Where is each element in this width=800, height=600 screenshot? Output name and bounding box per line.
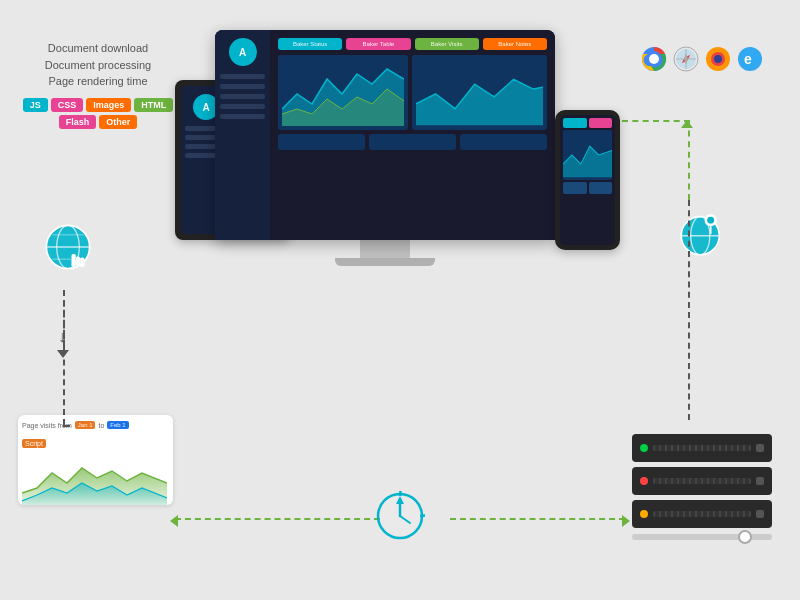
monitor-bottom-row (278, 134, 547, 150)
browser-icons: e (622, 46, 782, 72)
svg-point-11 (714, 55, 722, 63)
chip-flash: Flash (59, 115, 97, 129)
svg-rect-23 (71, 254, 75, 259)
svg-rect-21 (76, 257, 80, 267)
monitor-frame: A Baker Status Baker Table Baker Visits … (215, 30, 555, 240)
monitor-nav-3 (220, 94, 265, 99)
dashed-line-right-long (688, 200, 690, 420)
monitor-nav-4 (220, 104, 265, 109)
monitor-sidebar: A (215, 30, 270, 240)
monitor-device: A Baker Status Baker Table Baker Visits … (200, 30, 570, 266)
monitor-left-chart-svg (282, 59, 404, 126)
back-end-time-box (622, 424, 782, 540)
network-chart-header: Page visits from Jan 1 to Feb 1 (22, 421, 169, 429)
clock-icon-wrap (375, 491, 425, 545)
dashed-line-bottom-right (450, 518, 625, 520)
monitor-dashboard: A Baker Status Baker Table Baker Visits … (215, 30, 555, 240)
web-request-box (18, 215, 118, 277)
geography-box (622, 200, 782, 264)
slider-thumb (738, 530, 752, 544)
phone-bottom-1 (563, 182, 587, 194)
led-green (640, 444, 648, 452)
monitor-stand (360, 240, 410, 258)
server-rack-3 (632, 500, 772, 528)
rack-slot (756, 444, 764, 452)
svg-text:e: e (744, 51, 752, 67)
clock-icon (375, 491, 425, 541)
monitor-right-chart-area (412, 55, 547, 130)
chip-js: JS (23, 98, 48, 112)
monitor-card-2: Baker Table (346, 38, 410, 50)
analyse-chips: JS CSS Images HTML Flash Other (18, 98, 178, 129)
dashed-line-left-horizontal (63, 425, 70, 427)
rack-slot-3 (756, 510, 764, 518)
svg-rect-22 (80, 257, 84, 267)
monitor-right-chart (412, 55, 547, 130)
monitor-left-chart (278, 55, 408, 130)
chip-css: CSS (51, 98, 84, 112)
monitor-bottom-card-1 (278, 134, 365, 150)
monitor-nav-1 (220, 74, 265, 79)
phone-chart (563, 130, 612, 180)
dashed-line-right-vertical-top (688, 120, 690, 200)
phone-card-2 (589, 118, 613, 128)
led-orange (640, 510, 648, 518)
arrow-right-backend (622, 515, 630, 527)
monitor-charts-row (278, 55, 547, 130)
chip-images: Images (86, 98, 131, 112)
phone-content (560, 115, 615, 197)
chip-other: Other (99, 115, 137, 129)
phone-chart-svg (563, 130, 612, 180)
monitor-card-1: Baker Status (278, 38, 342, 50)
analyse-subtext: Document downloadDocument processingPage… (18, 40, 178, 90)
rack-slot-2 (756, 477, 764, 485)
monitor-bottom-card-2 (369, 134, 456, 150)
chrome-icon (641, 46, 667, 72)
phone-bottom-cards (563, 182, 612, 194)
chip-html: HTML (134, 98, 173, 112)
slider-bar (632, 534, 772, 540)
phone-screen (560, 115, 615, 245)
network-time-box: Page visits from Jan 1 to Feb 1 Script (18, 409, 178, 505)
monitor-nav-2 (220, 84, 265, 89)
ie-icon: e (737, 46, 763, 72)
svg-rect-20 (71, 258, 75, 267)
analyse-box: Document downloadDocument processingPage… (18, 38, 178, 129)
monitor-nav-5 (220, 114, 265, 119)
monitor-avatar: A (229, 38, 257, 66)
phone-cards (563, 118, 612, 128)
rack-lines-3 (653, 511, 751, 517)
phone-frame (555, 110, 620, 250)
dashed-line-bottom-left (175, 518, 380, 520)
phone-bottom-2 (589, 182, 613, 194)
svg-marker-36 (416, 79, 543, 125)
dashed-line-left-long (63, 290, 65, 425)
monitor-card-4: Baker Notes (483, 38, 547, 50)
phone-device (555, 110, 625, 250)
globe-icon (42, 221, 94, 273)
server-rack-1 (632, 434, 772, 462)
monitor-topbar: Baker Status Baker Table Baker Visits Ba… (278, 38, 547, 50)
network-chart-svg (22, 453, 167, 505)
monitor-base (335, 258, 435, 266)
geography-globe-icon (676, 208, 728, 260)
led-red (640, 477, 648, 485)
svg-point-2 (650, 55, 658, 63)
network-chart: Page visits from Jan 1 to Feb 1 Script (18, 415, 173, 505)
monitor-right-chart-svg (416, 59, 543, 126)
monitor-main: Baker Status Baker Table Baker Visits Ba… (270, 30, 555, 240)
monitor-bottom-card-3 (460, 134, 547, 150)
visibility-box: e (622, 38, 782, 72)
safari-icon (673, 46, 699, 72)
monitor-left-chart-area (278, 55, 408, 130)
monitor-card-3: Baker Visits (415, 38, 479, 50)
arrow-left-network (170, 515, 178, 527)
svg-point-29 (707, 217, 714, 224)
firefox-icon (705, 46, 731, 72)
rack-lines-1 (653, 445, 751, 451)
phone-card-1 (563, 118, 587, 128)
server-rack-2 (632, 467, 772, 495)
rack-lines-2 (653, 478, 751, 484)
